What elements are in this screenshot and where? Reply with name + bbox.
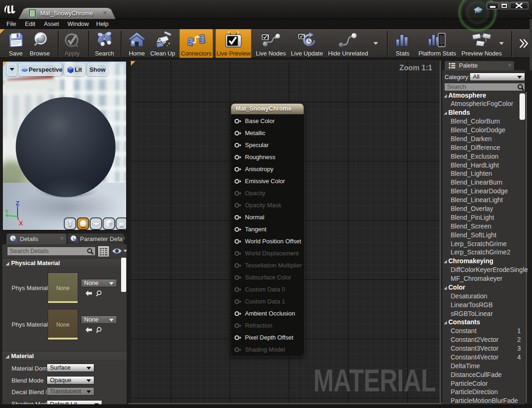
svg-text:X: X — [19, 220, 23, 227]
svg-text:Y: Y — [5, 208, 9, 215]
svg-text:Z: Z — [16, 200, 19, 207]
